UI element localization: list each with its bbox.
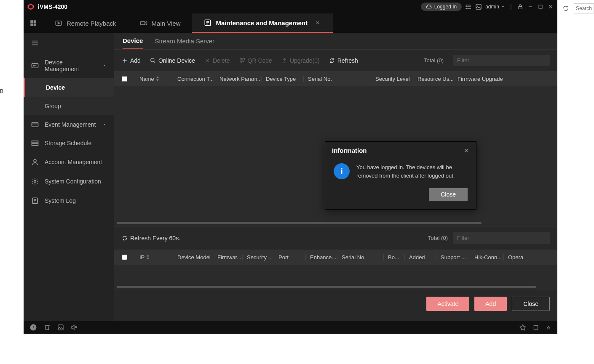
subtab-stream-media[interactable]: Stream Media Server bbox=[155, 37, 214, 49]
upload-icon bbox=[281, 58, 287, 64]
col-hik[interactable]: Hik-Conn... bbox=[470, 254, 504, 260]
tab-main-view[interactable]: Main View bbox=[128, 13, 193, 33]
login-status-pill[interactable]: Logged In bbox=[421, 3, 462, 11]
user-menu[interactable]: admin bbox=[485, 4, 505, 10]
separator: | bbox=[510, 3, 512, 11]
svg-point-36 bbox=[34, 181, 36, 183]
col-firmware[interactable]: Firmwar... bbox=[213, 254, 243, 260]
col-port[interactable]: Port bbox=[274, 254, 306, 260]
col-ip[interactable]: IP bbox=[135, 254, 173, 260]
qr-code-button: QR Code bbox=[239, 57, 272, 64]
plus-icon bbox=[122, 58, 128, 64]
sidebar-item-storage-schedule[interactable]: Storage Schedule bbox=[24, 134, 114, 152]
tool-label: Refresh bbox=[337, 57, 358, 64]
tab-maintenance[interactable]: Maintenance and Management bbox=[192, 13, 333, 33]
sidebar-item-system-configuration[interactable]: System Configuration bbox=[24, 172, 114, 191]
col-device-type[interactable]: Device Type bbox=[262, 76, 304, 82]
sub-tab-bar: Device Stream Media Server bbox=[114, 33, 557, 50]
sidebar-item-account-management[interactable]: Account Management bbox=[24, 152, 114, 172]
svg-rect-8 bbox=[476, 4, 481, 9]
page-fragment-b: B bbox=[0, 88, 3, 94]
dialog-close-icon[interactable] bbox=[463, 148, 469, 154]
sidebar-label: System Log bbox=[45, 197, 76, 204]
online-table-header: IP Device Model Firmwar... Security ... … bbox=[114, 250, 557, 265]
svg-rect-20 bbox=[140, 21, 145, 25]
online-table-body bbox=[114, 265, 557, 290]
online-device-button[interactable]: Online Device bbox=[150, 57, 195, 64]
select-all-checkbox[interactable] bbox=[122, 76, 127, 82]
close-icon[interactable] bbox=[547, 3, 554, 10]
col-resource[interactable]: Resource Us... bbox=[413, 76, 453, 82]
mute-icon[interactable] bbox=[71, 324, 78, 331]
col-bo[interactable]: Bo... bbox=[384, 254, 405, 260]
alert-icon[interactable] bbox=[29, 324, 37, 331]
device-table-header: Name Connection T... Network Param... De… bbox=[114, 71, 557, 86]
tab-home-icon[interactable] bbox=[24, 13, 43, 33]
pin-icon[interactable] bbox=[519, 324, 526, 331]
col-network[interactable]: Network Param... bbox=[215, 76, 262, 82]
horizontal-scrollbar[interactable] bbox=[117, 222, 482, 224]
restore-icon[interactable] bbox=[533, 324, 539, 330]
svg-marker-54 bbox=[147, 258, 149, 260]
maximize-icon[interactable] bbox=[537, 3, 544, 10]
sidebar-item-event-management[interactable]: Event Management bbox=[24, 115, 114, 134]
activate-button[interactable]: Activate bbox=[426, 297, 469, 311]
tool-label: Upgrade(0) bbox=[290, 57, 320, 64]
col-security[interactable]: Security ... bbox=[243, 254, 274, 260]
chevron-up-icon bbox=[102, 64, 107, 68]
col-serial[interactable]: Serial No. bbox=[337, 254, 384, 260]
svg-rect-49 bbox=[240, 61, 241, 63]
lower-filter-input[interactable] bbox=[453, 232, 550, 244]
sidebar-item-device-management[interactable]: Device Management bbox=[24, 53, 114, 78]
col-serial[interactable]: Serial No. bbox=[304, 76, 371, 82]
svg-rect-31 bbox=[32, 122, 38, 127]
col-security[interactable]: Security Level bbox=[371, 76, 413, 82]
x-icon bbox=[204, 58, 210, 64]
col-added[interactable]: Added bbox=[405, 254, 436, 260]
playback-icon bbox=[55, 19, 62, 27]
list-icon[interactable] bbox=[465, 3, 472, 10]
sidebar-sub-device[interactable]: Device bbox=[24, 78, 114, 97]
svg-rect-17 bbox=[34, 24, 36, 26]
dialog-title: Information bbox=[332, 147, 367, 154]
online-device-panel: Refresh Every 60s. Total (0) IP Device M… bbox=[114, 226, 557, 321]
subtab-device[interactable]: Device bbox=[123, 37, 143, 49]
picture-icon[interactable] bbox=[57, 324, 64, 331]
refresh-every-button[interactable]: Refresh Every 60s. bbox=[122, 235, 180, 242]
sidebar-item-system-log[interactable]: System Log bbox=[24, 191, 114, 210]
col-support[interactable]: Support ... bbox=[436, 254, 470, 260]
filter-input[interactable] bbox=[453, 55, 550, 66]
col-enhance[interactable]: Enhance... bbox=[306, 254, 337, 260]
select-all-checkbox-lower[interactable] bbox=[122, 255, 127, 260]
minimize-icon[interactable] bbox=[527, 3, 534, 10]
add-device-button[interactable]: Add bbox=[474, 297, 507, 311]
col-device-model[interactable]: Device Model bbox=[173, 254, 213, 260]
col-connection[interactable]: Connection T... bbox=[173, 76, 215, 82]
horizontal-scrollbar-lower[interactable] bbox=[117, 286, 536, 288]
tab-label: Main View bbox=[152, 20, 181, 27]
browser-search-input[interactable] bbox=[574, 3, 594, 13]
tab-remote-playback[interactable]: Remote Playback bbox=[43, 13, 128, 33]
col-opera[interactable]: Opera bbox=[504, 254, 557, 260]
collapse-icon[interactable] bbox=[546, 324, 551, 330]
tab-close-icon[interactable] bbox=[314, 19, 321, 26]
svg-marker-19 bbox=[58, 22, 60, 24]
trash-icon[interactable] bbox=[44, 324, 51, 331]
information-dialog: Information i You have logged in. The de… bbox=[325, 141, 476, 210]
add-button[interactable]: Add bbox=[122, 57, 141, 64]
storage-icon bbox=[31, 140, 39, 146]
col-firmware[interactable]: Firmware Upgrade bbox=[453, 76, 557, 82]
svg-point-6 bbox=[466, 6, 466, 7]
lock-icon[interactable] bbox=[517, 3, 524, 10]
refresh-button[interactable]: Refresh bbox=[329, 57, 358, 64]
maintenance-icon bbox=[204, 19, 211, 27]
image-icon[interactable] bbox=[475, 3, 482, 10]
col-name[interactable]: Name bbox=[135, 76, 173, 82]
sidebar-sub-group[interactable]: Group bbox=[24, 97, 114, 115]
sidebar-toggle[interactable] bbox=[24, 33, 114, 53]
event-icon bbox=[31, 122, 39, 128]
dialog-close-button[interactable]: Close bbox=[429, 188, 468, 201]
browser-refresh-icon[interactable] bbox=[562, 5, 570, 13]
tab-label: Remote Playback bbox=[67, 20, 116, 27]
close-panel-button[interactable]: Close bbox=[512, 297, 550, 311]
